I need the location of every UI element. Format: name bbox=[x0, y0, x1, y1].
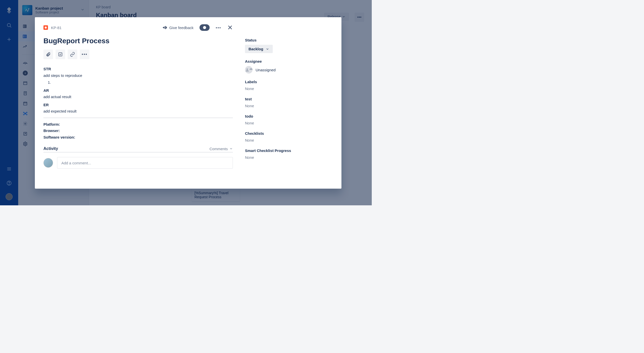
todo-label: todo bbox=[245, 114, 331, 118]
desc-str-step bbox=[52, 79, 233, 86]
status-label: Status bbox=[245, 38, 331, 42]
checklists-value[interactable]: None bbox=[245, 138, 331, 142]
issue-modal: KP-81 Give feedback ••• ✕ BugReport Proc… bbox=[35, 17, 341, 189]
desc-er-heading: ER bbox=[43, 103, 49, 107]
more-tools-button[interactable]: ••• bbox=[80, 50, 89, 59]
assignee-value: Unassigned bbox=[256, 68, 276, 72]
smart-checklist-value[interactable]: None bbox=[245, 155, 331, 160]
svg-rect-38 bbox=[59, 53, 62, 56]
attach-button[interactable] bbox=[43, 50, 53, 59]
description[interactable]: STR add steps to reproduce AR add actual… bbox=[43, 66, 233, 140]
issue-type-bug-icon[interactable] bbox=[43, 25, 48, 30]
desc-browser: Browser: bbox=[43, 128, 60, 133]
checklist-button[interactable] bbox=[56, 50, 65, 59]
desc-ar-heading: AR bbox=[43, 88, 49, 93]
svg-point-39 bbox=[246, 69, 248, 70]
issue-title[interactable]: BugReport Process bbox=[43, 37, 233, 45]
status-dropdown[interactable]: Backlog bbox=[245, 45, 273, 53]
desc-er-text: add expected result bbox=[43, 108, 233, 115]
activity-filter-label: Comments bbox=[209, 147, 228, 151]
more-actions-button[interactable]: ••• bbox=[216, 26, 221, 30]
test-label: test bbox=[245, 97, 331, 101]
comment-input[interactable] bbox=[57, 157, 233, 169]
test-value[interactable]: None bbox=[245, 104, 331, 108]
status-value: Backlog bbox=[249, 47, 263, 51]
link-button[interactable] bbox=[68, 50, 77, 59]
chevron-down-icon bbox=[229, 147, 233, 150]
activity-section: Activity Comments bbox=[43, 146, 233, 169]
desc-str-text: add steps to reproduce bbox=[43, 72, 233, 79]
todo-value[interactable]: None bbox=[245, 121, 331, 125]
activity-filter[interactable]: Comments bbox=[209, 147, 233, 151]
megaphone-icon bbox=[162, 25, 167, 30]
issue-side-panel: Status Backlog Assignee Unassigned Label… bbox=[243, 17, 341, 189]
desc-version: Software version: bbox=[43, 135, 75, 139]
desc-platform: Platform: bbox=[43, 122, 60, 126]
labels-value[interactable]: None bbox=[245, 86, 331, 91]
desc-ar-text: add actual result bbox=[43, 94, 233, 100]
desc-str-heading: STR bbox=[43, 67, 51, 71]
checklists-label: Checklists bbox=[245, 131, 331, 136]
assignee-field[interactable]: Unassigned bbox=[245, 66, 331, 74]
close-button[interactable]: ✕ bbox=[227, 24, 233, 31]
assignee-label: Assignee bbox=[245, 59, 331, 63]
unassigned-avatar-icon bbox=[245, 66, 253, 74]
issue-key[interactable]: KP-81 bbox=[51, 26, 62, 30]
chevron-down-icon bbox=[266, 47, 269, 51]
feedback-label: Give feedback bbox=[169, 26, 193, 30]
smart-checklist-label: Smart Checklist Progress bbox=[245, 148, 331, 153]
current-user-avatar bbox=[43, 158, 53, 168]
activity-heading: Activity bbox=[43, 146, 58, 151]
watch-button[interactable] bbox=[200, 24, 210, 31]
labels-label: Labels bbox=[245, 80, 331, 84]
give-feedback-button[interactable]: Give feedback bbox=[162, 25, 193, 30]
